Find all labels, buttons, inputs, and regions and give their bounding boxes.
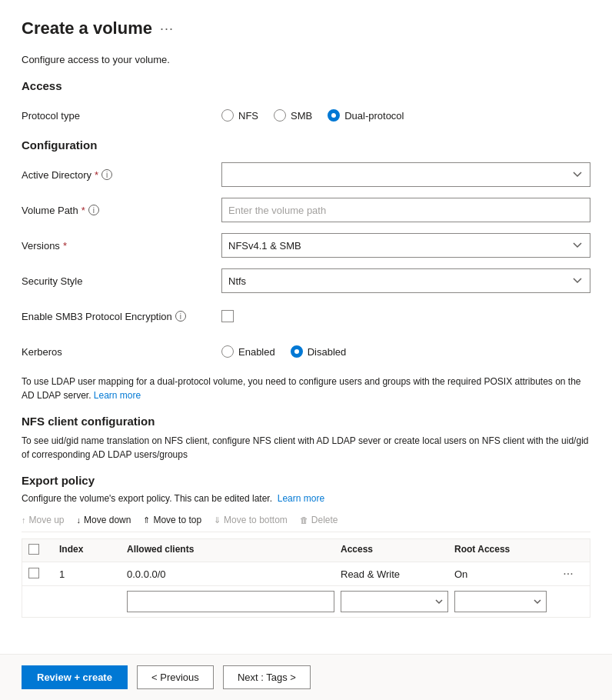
radio-dual-protocol[interactable]: Dual-protocol bbox=[328, 109, 404, 122]
active-directory-dropdown[interactable] bbox=[221, 162, 590, 187]
versions-dropdown[interactable]: NFSv4.1 & SMB NFSv3 & SMB NFSv4.1 NFSv3 … bbox=[221, 233, 590, 258]
versions-row: Versions * NFSv4.1 & SMB NFSv3 & SMB NFS… bbox=[22, 233, 590, 258]
table-header-row: Index Allowed clients Access Root Access bbox=[22, 539, 590, 562]
col-allowed-clients-header: Allowed clients bbox=[127, 544, 334, 557]
smb3-row: Enable SMB3 Protocol Encryption i bbox=[22, 304, 590, 328]
main-content: Create a volume ··· Configure access to … bbox=[0, 0, 612, 654]
radio-smb[interactable]: SMB bbox=[274, 109, 312, 122]
versions-required: * bbox=[63, 240, 67, 252]
edit-allowed-clients-input[interactable] bbox=[127, 591, 334, 612]
delete-icon: 🗑 bbox=[300, 515, 308, 525]
col-access-header: Access bbox=[341, 544, 448, 557]
radio-nfs-label: NFS bbox=[238, 110, 258, 122]
table-row-edit: Read & Write Read only On Off bbox=[22, 586, 590, 617]
row-1-checkbox[interactable] bbox=[28, 568, 39, 578]
table-row: 1 0.0.0.0/0 Read & Write On ··· bbox=[22, 562, 590, 586]
export-policy-header: Export policy bbox=[22, 474, 590, 487]
page-subtitle: Configure access to your volume. bbox=[22, 54, 590, 65]
kerberos-disabled-label: Disabled bbox=[308, 346, 347, 358]
row-1-index: 1 bbox=[59, 568, 121, 580]
protocol-type-label: Protocol type bbox=[22, 110, 221, 122]
move-to-top-button[interactable]: ⇑ Move to top bbox=[143, 515, 201, 525]
smb3-info-icon[interactable]: i bbox=[175, 311, 186, 322]
security-style-row: Security Style Ntfs Unix Mixed bbox=[22, 268, 590, 293]
nfs-client-desc: To see uid/gid name translation on NFS c… bbox=[22, 434, 590, 462]
col-root-access-header: Root Access bbox=[454, 544, 547, 557]
delete-button[interactable]: 🗑 Delete bbox=[300, 515, 338, 525]
edit-access-select[interactable]: Read & Write Read only bbox=[341, 591, 448, 612]
move-to-bottom-icon: ⇓ bbox=[214, 515, 221, 525]
volume-path-input[interactable] bbox=[221, 198, 590, 222]
previous-button[interactable]: < Previous bbox=[137, 665, 214, 689]
title-row: Create a volume ··· bbox=[22, 18, 590, 38]
protocol-type-control: NFS SMB Dual-protocol bbox=[221, 109, 590, 122]
radio-input-nfs[interactable] bbox=[221, 109, 234, 122]
row-1-allowed-clients: 0.0.0.0/0 bbox=[127, 568, 334, 580]
move-to-top-icon: ⇑ bbox=[143, 515, 150, 525]
row-checkbox bbox=[28, 568, 53, 581]
volume-path-label: Volume Path * i bbox=[22, 205, 221, 216]
protocol-type-row: Protocol type NFS SMB Dual-protocol bbox=[22, 103, 590, 128]
smb3-control bbox=[221, 310, 590, 322]
smb3-label: Enable SMB3 Protocol Encryption i bbox=[22, 311, 221, 322]
radio-dual-label: Dual-protocol bbox=[344, 110, 404, 122]
security-style-dropdown[interactable]: Ntfs Unix Mixed bbox=[221, 268, 590, 293]
export-policy-toolbar: ↑ Move up ↓ Move down ⇑ Move to top ⇓ Mo… bbox=[22, 515, 590, 532]
review-create-button[interactable]: Review + create bbox=[22, 665, 128, 689]
ldap-learn-more-link[interactable]: Learn more bbox=[94, 390, 141, 401]
export-policy-desc: Configure the volume's export policy. Th… bbox=[22, 493, 590, 504]
move-down-button[interactable]: ↓ Move down bbox=[77, 515, 131, 525]
row-1-access: Read & Write bbox=[341, 568, 448, 580]
radio-smb-label: SMB bbox=[291, 110, 312, 122]
security-style-control: Ntfs Unix Mixed bbox=[221, 268, 590, 293]
volume-path-control bbox=[221, 198, 590, 222]
export-policy-learn-more-link[interactable]: Learn more bbox=[278, 493, 324, 504]
security-style-label: Security Style bbox=[22, 275, 221, 287]
kerberos-disabled-radio[interactable]: Disabled bbox=[291, 345, 347, 358]
export-policy-table: Index Allowed clients Access Root Access… bbox=[22, 538, 590, 618]
volume-path-info-icon[interactable]: i bbox=[88, 205, 99, 215]
col-actions-header bbox=[553, 544, 584, 557]
kerberos-enabled-radio[interactable]: Enabled bbox=[221, 345, 275, 358]
move-up-button[interactable]: ↑ Move up bbox=[22, 515, 65, 525]
edit-allowed-clients bbox=[127, 591, 334, 612]
active-directory-label: Active Directory * i bbox=[22, 169, 221, 181]
row-1-root-access: On bbox=[454, 568, 547, 580]
edit-access: Read & Write Read only bbox=[341, 591, 448, 612]
versions-control: NFSv4.1 & SMB NFSv3 & SMB NFSv4.1 NFSv3 … bbox=[221, 233, 590, 258]
active-directory-required: * bbox=[95, 169, 98, 181]
move-up-icon: ↑ bbox=[22, 515, 26, 525]
select-all-checkbox[interactable] bbox=[28, 544, 39, 555]
versions-label: Versions * bbox=[22, 240, 221, 252]
volume-path-required: * bbox=[81, 205, 85, 216]
kerberos-label: Kerberos bbox=[22, 346, 221, 358]
col-index-header: Index bbox=[59, 544, 121, 557]
nfs-client-header: NFS client configuration bbox=[22, 415, 590, 428]
configuration-section-header: Configuration bbox=[22, 138, 590, 152]
kerberos-row: Kerberos Enabled Disabled bbox=[22, 339, 590, 364]
ldap-info-text: To use LDAP user mapping for a dual-prot… bbox=[22, 375, 590, 402]
radio-input-dual[interactable] bbox=[328, 109, 340, 122]
radio-input-smb[interactable] bbox=[274, 109, 286, 122]
kerberos-control: Enabled Disabled bbox=[221, 345, 590, 358]
active-directory-info-icon[interactable]: i bbox=[101, 169, 112, 180]
smb3-checkbox[interactable] bbox=[221, 310, 234, 322]
col-checkbox-header bbox=[28, 544, 53, 557]
edit-root-access-select[interactable]: On Off bbox=[454, 591, 547, 612]
page-title: Create a volume bbox=[22, 18, 152, 38]
page-container: Create a volume ··· Configure access to … bbox=[0, 0, 612, 700]
footer: Review + create < Previous Next : Tags > bbox=[0, 654, 612, 700]
kerberos-enabled-input[interactable] bbox=[221, 345, 234, 358]
active-directory-row: Active Directory * i bbox=[22, 162, 590, 187]
access-section-header: Access bbox=[22, 79, 590, 92]
move-to-bottom-button[interactable]: ⇓ Move to bottom bbox=[214, 515, 288, 525]
more-options-icon[interactable]: ··· bbox=[160, 21, 174, 37]
volume-path-row: Volume Path * i bbox=[22, 198, 590, 222]
radio-nfs[interactable]: NFS bbox=[221, 109, 258, 122]
edit-root-access: On Off bbox=[454, 591, 547, 612]
kerberos-enabled-label: Enabled bbox=[238, 346, 275, 358]
row-1-actions[interactable]: ··· bbox=[553, 567, 584, 581]
move-down-icon: ↓ bbox=[77, 515, 81, 525]
kerberos-disabled-input[interactable] bbox=[291, 345, 303, 358]
next-button[interactable]: Next : Tags > bbox=[223, 665, 311, 689]
